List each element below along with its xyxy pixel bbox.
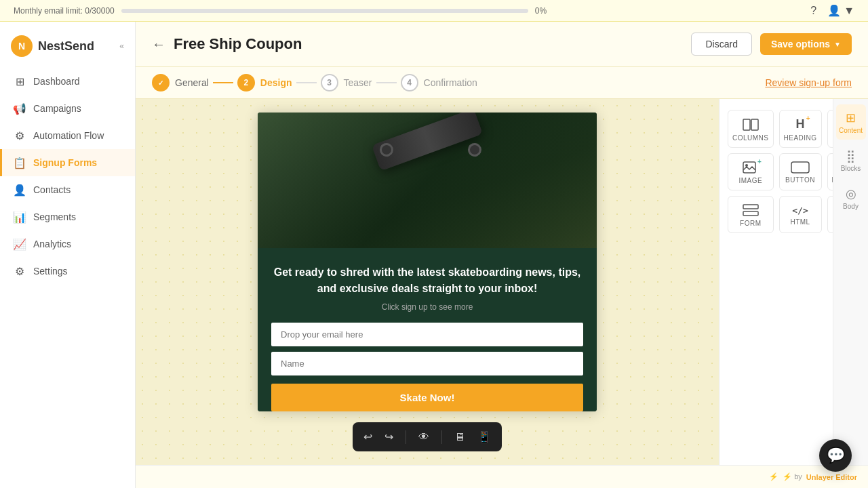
name-input-preview xyxy=(271,352,583,375)
sidebar: N NestSend « ⊞ Dashboard 📢 Campaigns ⚙ A… xyxy=(0,22,136,488)
steps-bar: ✓ General 2 Design 3 Teaser 4 Confirmati… xyxy=(136,67,868,99)
block-item-html[interactable]: </> HTML xyxy=(779,196,822,233)
unlayer-by-text: ⚡ by xyxy=(783,472,802,481)
sidebar-item-label: Campaigns xyxy=(33,103,81,114)
undo-button[interactable]: ↩ xyxy=(361,428,375,446)
preview-button[interactable]: 👁 xyxy=(416,428,432,446)
block-item-columns[interactable]: COLUMNS xyxy=(728,110,774,148)
body-tab-icon: ◎ xyxy=(846,186,856,201)
contacts-icon: 👤 xyxy=(13,183,26,197)
sidebar-item-contacts[interactable]: 👤 Contacts xyxy=(0,176,135,203)
unlayer-bolt-icon: ⚡ xyxy=(769,472,778,481)
image-icon: + xyxy=(743,161,759,174)
button-icon xyxy=(791,161,810,174)
email-limit-bar: Monthly email limit: 0/30000 0% ? 👤 ▼ xyxy=(0,0,868,22)
chat-bubble-button[interactable]: 💬 xyxy=(819,439,852,472)
toolbar-separator-1 xyxy=(406,430,406,444)
user-avatar-icon: 👤 xyxy=(827,4,841,17)
signup-forms-icon: 📋 xyxy=(13,156,26,169)
segments-icon: 📊 xyxy=(13,210,26,224)
step-design[interactable]: 2 Design xyxy=(237,74,292,92)
toolbar-separator-2 xyxy=(441,430,442,444)
sidebar-item-automation[interactable]: ⚙ Automation Flow xyxy=(0,122,135,149)
step-connector-2 xyxy=(296,82,317,83)
html-icon: </> xyxy=(792,205,808,216)
step-connector-1 xyxy=(213,82,233,83)
content-tab-icon: ⊞ xyxy=(846,110,856,125)
svg-rect-2 xyxy=(743,162,755,173)
block-item-menu[interactable]: MENU xyxy=(827,196,833,233)
blocks-tab-label: Blocks xyxy=(841,165,861,172)
email-input-preview xyxy=(271,323,583,346)
sidebar-item-label: Contacts xyxy=(33,184,71,195)
campaigns-icon: 📢 xyxy=(13,102,26,115)
mobile-view-button[interactable]: 📱 xyxy=(475,428,494,446)
sidebar-item-label: Automation Flow xyxy=(33,130,104,141)
sidebar-item-label: Dashboard xyxy=(33,76,80,87)
right-panel: COLUMNS H + HEADING Aa xyxy=(719,99,868,465)
block-label-html: HTML xyxy=(790,218,810,226)
discard-button[interactable]: Discard xyxy=(691,33,751,56)
sidebar-item-settings[interactable]: ⚙ Settings xyxy=(0,258,135,285)
content-tab-label: Content xyxy=(839,127,863,134)
sidebar-item-dashboard[interactable]: ⊞ Dashboard xyxy=(0,68,135,95)
help-button[interactable]: ? xyxy=(810,5,816,17)
desktop-view-button[interactable]: 🖥 xyxy=(452,428,468,446)
sidebar-collapse-button[interactable]: « xyxy=(119,41,124,51)
canvas-toolbar: ↩ ↪ 👁 🖥 📱 xyxy=(353,422,502,451)
svg-rect-1 xyxy=(751,119,758,130)
panel-content: COLUMNS H + HEADING Aa xyxy=(719,99,833,465)
body-tab-label: Body xyxy=(843,203,859,210)
settings-icon: ⚙ xyxy=(13,264,26,278)
page-title: Free Ship Coupon xyxy=(174,35,683,53)
step-circle-design: 2 xyxy=(237,74,255,92)
redo-button[interactable]: ↪ xyxy=(382,428,396,446)
editor-area: Get ready to shred with the latest skate… xyxy=(136,99,868,465)
email-preview-body: Get ready to shred with the latest skate… xyxy=(258,248,597,411)
step-confirmation[interactable]: 4 Confirmation xyxy=(401,74,477,92)
block-label-button: BUTTON xyxy=(785,176,815,184)
svg-rect-4 xyxy=(791,162,809,173)
back-button[interactable]: ← xyxy=(152,37,165,52)
svg-rect-6 xyxy=(743,205,758,209)
email-limit-label: Monthly email limit: 0/30000 xyxy=(14,6,115,16)
step-label-teaser: Teaser xyxy=(344,77,372,88)
sidebar-nav: ⊞ Dashboard 📢 Campaigns ⚙ Automation Flo… xyxy=(0,68,135,285)
svg-rect-7 xyxy=(743,211,758,216)
sidebar-item-analytics[interactable]: 📈 Analytics xyxy=(0,230,135,258)
block-label-heading: HEADING xyxy=(784,134,817,142)
step-label-general: General xyxy=(175,77,209,88)
block-item-button[interactable]: BUTTON xyxy=(779,153,822,190)
sidebar-item-segments[interactable]: 📊 Segments xyxy=(0,203,135,230)
user-menu-button[interactable]: 👤 ▼ xyxy=(827,4,854,17)
panel-tab-body[interactable]: ◎ Body xyxy=(836,180,866,216)
block-item-form[interactable]: FORM xyxy=(728,196,774,233)
unlayer-footer: ⚡ ⚡ by Unlayer Editor xyxy=(136,465,868,488)
save-options-dropdown-arrow: ▼ xyxy=(834,41,841,48)
panel-tab-content[interactable]: ⊞ Content xyxy=(836,104,866,140)
block-label-image: IMAGE xyxy=(738,177,762,184)
sidebar-item-campaigns[interactable]: 📢 Campaigns xyxy=(0,95,135,122)
block-item-divider[interactable]: DIVIDER xyxy=(827,153,833,190)
block-item-text[interactable]: Aa TEXT xyxy=(827,110,833,148)
block-item-heading[interactable]: H + HEADING xyxy=(779,110,822,148)
back-arrow-icon: ← xyxy=(152,37,165,52)
sidebar-item-signup-forms[interactable]: 📋 Signup Forms xyxy=(0,149,135,176)
page-header: ← Free Ship Coupon Discard Save options … xyxy=(136,22,868,67)
step-teaser[interactable]: 3 Teaser xyxy=(321,74,372,92)
block-item-image[interactable]: + IMAGE xyxy=(728,153,774,190)
sidebar-item-label: Settings xyxy=(33,266,68,277)
heading-icon: H + xyxy=(796,117,805,131)
unlayer-editor-link[interactable]: Unlayer Editor xyxy=(806,473,857,481)
save-options-button[interactable]: Save options ▼ xyxy=(760,33,852,55)
review-signup-form-link[interactable]: Review sign-up form xyxy=(765,77,852,88)
sidebar-item-label: Analytics xyxy=(33,239,71,249)
block-label-columns: COLUMNS xyxy=(732,134,769,142)
dashboard-icon: ⊞ xyxy=(13,75,26,88)
email-headline: Get ready to shred with the latest skate… xyxy=(271,264,583,297)
help-icon: ? xyxy=(810,5,816,17)
panel-tab-blocks[interactable]: ⣿ Blocks xyxy=(836,142,866,178)
step-general[interactable]: ✓ General xyxy=(152,74,209,92)
sidebar-item-label: Signup Forms xyxy=(33,157,97,168)
app-name: NestSend xyxy=(38,39,94,54)
